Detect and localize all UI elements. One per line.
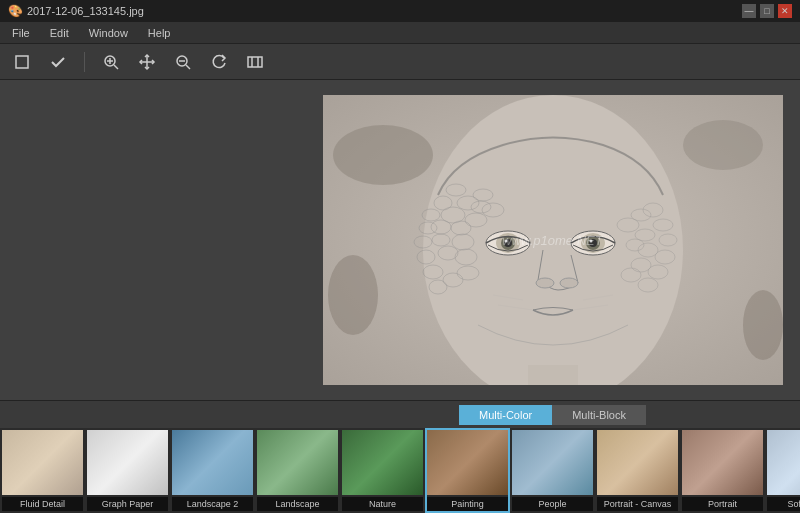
thumb-fluid-detail[interactable]: Fluid Detail bbox=[0, 428, 85, 513]
thumb-nature-label: Nature bbox=[342, 497, 423, 511]
svg-point-64 bbox=[589, 240, 592, 243]
svg-point-15 bbox=[333, 125, 433, 185]
menu-file[interactable]: File bbox=[8, 25, 34, 41]
svg-line-8 bbox=[186, 65, 190, 69]
title-bar: 🎨 2017-12-06_133145.jpg — □ ✕ bbox=[0, 0, 800, 22]
menu-edit[interactable]: Edit bbox=[46, 25, 73, 41]
svg-point-16 bbox=[683, 120, 763, 170]
svg-point-59 bbox=[504, 240, 507, 243]
confirm-tool[interactable] bbox=[44, 48, 72, 76]
svg-rect-0 bbox=[16, 56, 28, 68]
thumb-graph-label: Graph Paper bbox=[87, 497, 168, 511]
rotate-tool[interactable] bbox=[205, 48, 233, 76]
thumb-painting[interactable]: Painting bbox=[425, 428, 510, 513]
tab-multi-block[interactable]: Multi-Block bbox=[552, 405, 646, 425]
zoom-in-tool[interactable] bbox=[97, 48, 125, 76]
svg-point-17 bbox=[328, 255, 378, 335]
crop-tool[interactable] bbox=[8, 48, 36, 76]
thumb-portrait-canvas-label: Portrait - Canvas bbox=[597, 497, 678, 511]
thumb-landscape[interactable]: Landscape bbox=[255, 428, 340, 513]
move-tool[interactable] bbox=[133, 48, 161, 76]
close-button[interactable]: ✕ bbox=[778, 4, 792, 18]
svg-rect-67 bbox=[528, 365, 578, 385]
thumb-soft-color[interactable]: Soft Color bbox=[765, 428, 800, 513]
thumbnails-row: Fluid Detail Graph Paper Landscape 2 Lan… bbox=[0, 428, 800, 513]
menu-bar: File Edit Window Help bbox=[0, 22, 800, 44]
svg-line-2 bbox=[114, 65, 118, 69]
fit-tool[interactable] bbox=[241, 48, 269, 76]
svg-point-18 bbox=[743, 290, 783, 360]
thumb-portrait-canvas[interactable]: Portrait - Canvas bbox=[595, 428, 680, 513]
svg-rect-10 bbox=[248, 57, 262, 67]
maximize-button[interactable]: □ bbox=[760, 4, 774, 18]
thumb-portrait-label: Portrait bbox=[682, 497, 763, 511]
minimize-button[interactable]: — bbox=[742, 4, 756, 18]
svg-point-66 bbox=[560, 278, 578, 288]
canvas-wrapper: ❯ bbox=[0, 80, 800, 400]
app-logo: 🎨 bbox=[8, 4, 23, 18]
svg-point-65 bbox=[536, 278, 554, 288]
thumb-nature[interactable]: Nature bbox=[340, 428, 425, 513]
menu-window[interactable]: Window bbox=[85, 25, 132, 41]
thumb-people[interactable]: People bbox=[510, 428, 595, 513]
window-controls: — □ ✕ bbox=[742, 4, 792, 18]
main-area: ❯ bbox=[0, 80, 800, 513]
title-bar-left: 🎨 2017-12-06_133145.jpg bbox=[8, 4, 144, 18]
thumb-painting-label: Painting bbox=[427, 497, 508, 511]
bottom-tabs: Multi-Color Multi-Block ⤴ + − bbox=[0, 400, 800, 428]
tab-multi-color[interactable]: Multi-Color bbox=[459, 405, 552, 425]
menu-help[interactable]: Help bbox=[144, 25, 175, 41]
canvas-area: ❯ bbox=[0, 80, 800, 513]
canvas-image: www.p1ome.NET bbox=[323, 95, 783, 385]
thumb-fluid-label: Fluid Detail bbox=[2, 497, 83, 511]
thumb-soft-label: Soft Color bbox=[767, 497, 800, 511]
thumb-landscape2-label: Landscape 2 bbox=[172, 497, 253, 511]
thumb-graph-paper[interactable]: Graph Paper bbox=[85, 428, 170, 513]
toolbar bbox=[0, 44, 800, 80]
zoom-out-tool[interactable] bbox=[169, 48, 197, 76]
thumb-people-label: People bbox=[512, 497, 593, 511]
face-sketch-svg bbox=[323, 95, 783, 385]
toolbar-sep-1 bbox=[84, 52, 85, 72]
thumb-portrait[interactable]: Portrait bbox=[680, 428, 765, 513]
thumb-landscape-label: Landscape bbox=[257, 497, 338, 511]
title-text: 2017-12-06_133145.jpg bbox=[27, 5, 144, 17]
thumb-landscape2[interactable]: Landscape 2 bbox=[170, 428, 255, 513]
